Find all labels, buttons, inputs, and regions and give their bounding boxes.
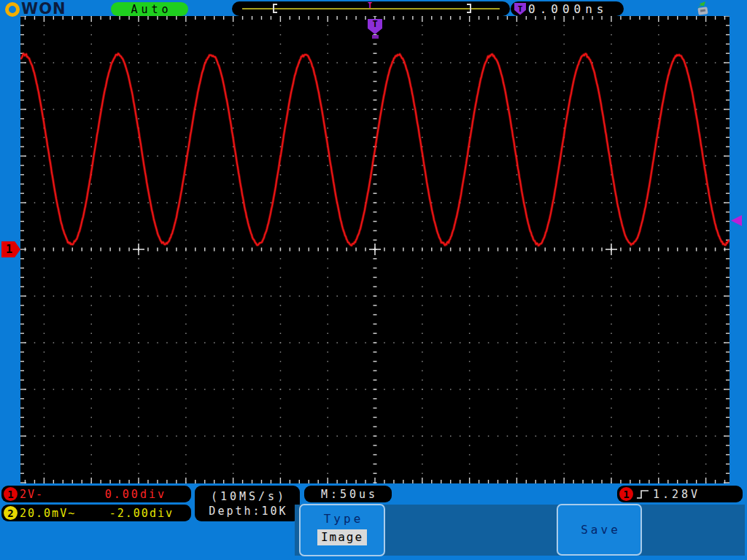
ch2-status-pill: 2 20.0mV~ -2.00div: [1, 505, 191, 521]
acquisition-info-box: (10MS/s) Depth:10K: [195, 486, 300, 521]
waveform-canvas: [20, 16, 729, 483]
type-selected-value[interactable]: Image: [317, 529, 367, 545]
graticule-area: [20, 16, 729, 483]
window-bracket-right-icon: [467, 4, 471, 13]
trigger-level-arrow-icon[interactable]: [731, 215, 742, 226]
type-label: Type: [321, 512, 364, 526]
ch2-position: -2.00div: [109, 507, 174, 520]
logo-o-ring: [5, 2, 20, 17]
type-menu-button[interactable]: Type Image: [299, 504, 385, 556]
ch2-badge: 2: [4, 506, 18, 520]
ch1-scale: 2V-: [20, 488, 44, 501]
rising-edge-icon: [636, 489, 650, 500]
acquisition-mode-badge: Auto: [111, 2, 188, 16]
timebase-readout: M:50us: [304, 486, 392, 502]
trigger-time-readout: T 0.000ns: [511, 1, 624, 16]
trigger-shield-icon: T: [514, 3, 526, 15]
trigger-channel-badge: 1: [619, 487, 633, 501]
trigger-time-value: 0.000ns: [528, 2, 608, 16]
trigger-position-icon: T: [368, 1, 372, 9]
ch1-position: 0.00div: [105, 488, 166, 501]
trigger-level-value: 1.28V: [653, 488, 700, 501]
trigger-status-pill: 1 1.28V: [617, 486, 743, 502]
logo-text: WON: [21, 0, 66, 18]
owon-logo: WON: [5, 0, 66, 18]
trigger-horizontal-notch: [372, 35, 379, 39]
record-depth: Depth:10K: [206, 505, 287, 518]
oscilloscope-screen: WON Auto T T 0.000ns T 1 1 2V- 0.00div 2…: [0, 0, 747, 560]
ch1-ground-marker[interactable]: 1: [1, 241, 20, 257]
horizontal-position-bar[interactable]: T: [232, 1, 510, 16]
ch2-scale: 20.0mV~: [20, 507, 76, 520]
save-button[interactable]: Save: [557, 504, 642, 556]
usb-storage-icon: [693, 1, 711, 15]
ch1-badge: 1: [4, 487, 18, 501]
window-bracket-left-icon: [273, 4, 277, 13]
sample-rate: (10MS/s): [208, 490, 287, 503]
ch1-status-pill: 1 2V- 0.00div: [1, 486, 191, 502]
